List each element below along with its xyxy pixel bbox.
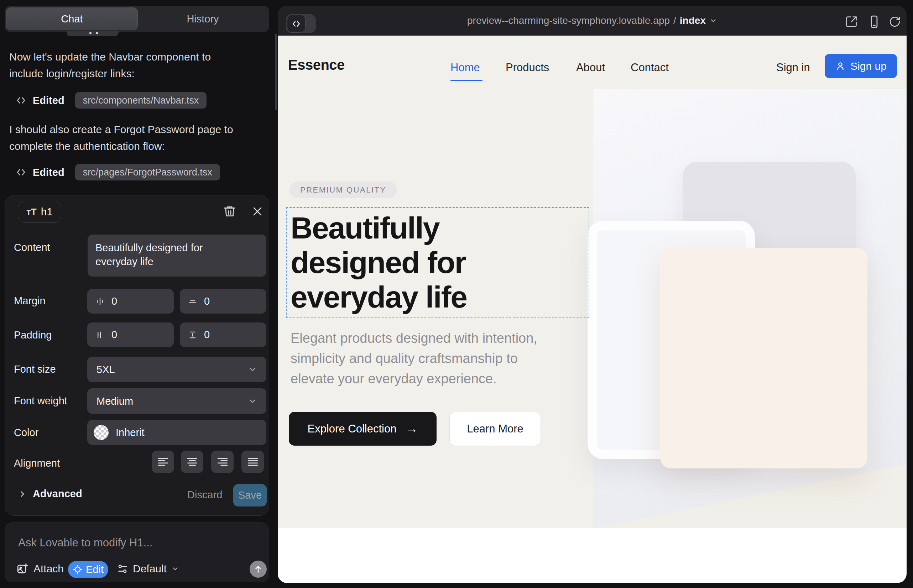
font-size-value: 5XL [97,364,115,375]
nav-link-home[interactable]: Home [450,61,480,74]
message-line: I should also create a Forgot Password p… [9,121,233,138]
preview-browser-window: preview--charming-site-symphony.lovable.… [278,6,907,583]
save-button[interactable]: Save [233,484,267,507]
refresh-icon [889,16,901,28]
site-viewport: Essence Home Products About Contact Sign… [278,36,907,583]
file-chip[interactable]: src/pages/ForgotPassword.tsx [75,164,220,181]
arrow-up-icon [254,564,263,574]
close-icon [251,205,264,218]
content-textarea[interactable]: Beautifully designed for everyday life [87,234,266,276]
nav-link-about[interactable]: About [576,61,605,74]
margin-x-icon [95,297,105,307]
open-in-new-tab-button[interactable] [845,15,858,28]
chat-history-tabbar: Chat History [5,6,269,32]
content-line: Beautifully designed for [96,241,259,255]
align-left-button[interactable] [152,451,174,473]
mobile-view-button[interactable] [868,15,881,29]
margin-y-value: 0 [204,296,210,307]
smartphone-icon [868,15,881,29]
sign-up-label: Sign up [850,60,887,72]
explore-collection-button[interactable]: Explore Collection → [289,412,437,446]
margin-x-input[interactable]: 0 [87,289,174,313]
content-label: Content [14,242,50,254]
target-icon [73,564,83,575]
type-icon: тT [26,207,37,218]
advanced-label: Advanced [33,488,82,500]
padding-y-value: 0 [204,329,210,341]
nav-home-active-underline [450,80,482,81]
edited-label: Edited [33,166,65,178]
align-center-button[interactable] [181,451,203,473]
code-icon [291,19,301,29]
close-editor-button[interactable] [251,205,264,218]
font-size-label: Font size [14,363,56,375]
selected-element-pill[interactable]: тT h1 [18,201,61,223]
padding-x-input[interactable]: 0 [87,323,174,347]
transparent-swatch-icon [94,425,108,440]
chevron-down-icon [248,396,257,406]
hero-paragraph-line: elevate your everyday experience. [291,369,537,389]
advanced-toggle[interactable]: Advanced [18,488,82,500]
delete-element-button[interactable] [223,205,236,218]
attach-image-icon [16,563,29,575]
color-label: Color [14,427,39,438]
padding-y-icon [188,330,197,340]
nav-link-products[interactable]: Products [506,61,549,74]
color-input[interactable]: Inherit [87,420,266,445]
refresh-button[interactable] [889,16,901,28]
padding-y-input[interactable]: 0 [180,323,266,347]
hero-paragraph-line: Elegant products designed with intention… [291,328,537,349]
align-justify-button[interactable] [241,451,264,473]
hero-paragraph-line: simplicity and quality craftsmanship to [291,349,537,369]
align-center-icon [186,456,198,468]
composer-placeholder[interactable]: Ask Lovable to modify H1... [18,536,152,549]
ellipsis-dot [89,32,92,34]
edit-mode-button[interactable]: Edit [68,561,108,578]
send-button[interactable] [249,561,267,578]
prompt-composer[interactable]: Ask Lovable to modify H1... Attach Edit … [5,522,269,582]
chat-scrollbar[interactable] [275,34,277,110]
trash-icon [223,205,236,218]
url-domain[interactable]: preview--charming-site-symphony.lovable.… [467,15,670,26]
decor-card-cream [660,248,868,468]
padding-label: Padding [14,329,52,341]
tab-chat-label: Chat [61,13,83,25]
sliders-icon [117,563,128,575]
align-right-button[interactable] [211,451,233,473]
margin-x-value: 0 [112,296,117,307]
edited-file-row: Edited src/pages/ForgotPassword.tsx [16,164,220,181]
site-logo[interactable]: Essence [288,57,345,73]
sign-in-link[interactable]: Sign in [776,61,810,74]
tab-chat[interactable]: Chat [6,8,138,30]
sign-up-button[interactable]: Sign up [825,54,897,78]
ellipsis-dot [96,32,98,34]
code-toggle-segment[interactable] [287,15,306,33]
element-tag: h1 [41,206,53,218]
url-page[interactable]: index [680,15,706,26]
tab-history[interactable]: History [138,6,268,32]
discard-button[interactable]: Discard [187,489,222,501]
code-preview-toggle[interactable] [286,14,316,33]
alignment-label: Alignment [14,457,60,469]
font-weight-select[interactable]: Medium [87,388,266,414]
scrolled-chip-partial [66,31,118,36]
file-chip[interactable]: src/components/Navbar.tsx [75,92,207,108]
save-label: Save [238,489,262,501]
element-selection-outline[interactable] [286,207,589,318]
attach-button[interactable]: Attach [16,563,64,575]
margin-y-input[interactable]: 0 [180,289,266,313]
chevron-right-icon [18,489,27,499]
learn-more-button[interactable]: Learn More [449,412,541,446]
align-right-icon [217,456,228,468]
section-below-hero [278,528,907,583]
arrow-right-icon: → [406,422,418,436]
mode-select[interactable]: Default [117,563,179,575]
mode-label: Default [133,563,167,575]
edited-file-row: Edited src/components/Navbar.tsx [16,92,207,109]
url-separator: / [673,15,676,26]
chevron-down-icon [171,565,179,573]
nav-link-contact[interactable]: Contact [631,61,669,74]
font-size-select[interactable]: 5XL [87,357,266,382]
padding-x-icon [95,330,105,340]
element-editor-panel: тT h1 Content Beautifully designed for e… [5,195,269,516]
